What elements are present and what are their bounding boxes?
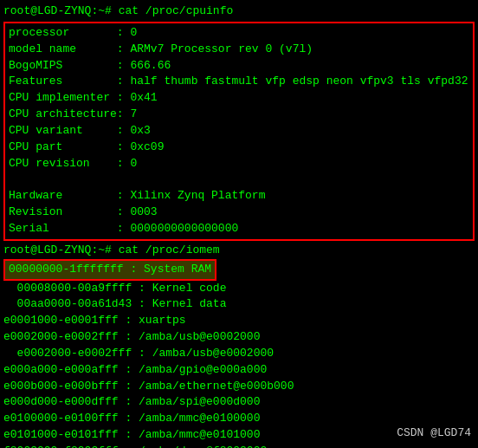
command-text-1: cat /proc/cpuinfo bbox=[119, 4, 234, 17]
iomem-line-1: 00000000-1fffffff : System RAM bbox=[3, 259, 475, 281]
cpuinfo-line-3: BogoMIPS : 666.66 bbox=[9, 58, 469, 75]
command-text-2: cat /proc/iomem bbox=[119, 243, 220, 256]
terminal-window: root@LGD-ZYNQ:~# cat /proc/cpuinfo proce… bbox=[0, 0, 478, 448]
cpuinfo-line-4: Features : half thumb fastmult vfp edsp … bbox=[9, 74, 469, 90]
cpuinfo-line-7: CPU variant : 0x3 bbox=[9, 123, 469, 140]
cpuinfo-line-11: Revision : 0003 bbox=[9, 205, 469, 221]
iomem-line-8: e000b000-e000bfff : /amba/ethernet@e000b… bbox=[3, 379, 475, 395]
cpuinfo-line-12: Serial : 0000000000000000 bbox=[9, 221, 469, 237]
prompt-1: root@LGD-ZYNQ:~# bbox=[3, 4, 112, 17]
watermark: CSDN @LGD74 bbox=[397, 426, 471, 439]
command-line-1: root@LGD-ZYNQ:~# cat /proc/cpuinfo bbox=[3, 3, 475, 20]
cpuinfo-line-10: Hardware : Xilinx Zynq Platform bbox=[9, 188, 469, 205]
cpuinfo-line-8: CPU part : 0xc09 bbox=[9, 140, 469, 156]
iomem-line-5: e0002000-e0002fff : /amba/usb@e0002000 bbox=[3, 329, 475, 346]
iomem-line-4: e0001000-e0001fff : xuartps bbox=[3, 313, 475, 329]
iomem-line-6: e0002000-e0002fff : /amba/usb@e0002000 bbox=[3, 346, 475, 362]
cpuinfo-line-1: processor : 0 bbox=[9, 25, 469, 42]
command-line-2: root@LGD-ZYNQ:~# cat /proc/iomem bbox=[3, 243, 475, 259]
iomem-line-10: e0100000-e0100fff : /amba/mmc@e0100000 bbox=[3, 411, 475, 427]
iomem-line-3: 00aa0000-00a61d43 : Kernel data bbox=[3, 296, 475, 313]
system-ram-highlight: 00000000-1fffffff : System RAM bbox=[3, 259, 216, 281]
iomem-line-2: 00008000-00a9ffff : Kernel code bbox=[3, 281, 475, 297]
iomem-line-9: e000d000-e000dfff : /amba/spi@e000d000 bbox=[3, 394, 475, 411]
cpuinfo-line-6: CPU architecture: 7 bbox=[9, 107, 469, 123]
cpuinfo-line-blank bbox=[9, 172, 469, 188]
iomem-line-7: e000a000-e000afff : /amba/gpio@e000a000 bbox=[3, 362, 475, 379]
cpuinfo-line-9: CPU revision : 0 bbox=[9, 156, 469, 172]
iomem-line-12: f8003000-f8003fff : /amba/dmac@f8003000 bbox=[3, 444, 475, 448]
prompt-2: root@LGD-ZYNQ:~# bbox=[3, 243, 112, 256]
cpuinfo-block: processor : 0 model name : ARMv7 Process… bbox=[3, 22, 475, 241]
cpuinfo-line-5: CPU implementer : 0x41 bbox=[9, 90, 469, 107]
cpuinfo-line-2: model name : ARMv7 Processor rev 0 (v7l) bbox=[9, 42, 469, 58]
